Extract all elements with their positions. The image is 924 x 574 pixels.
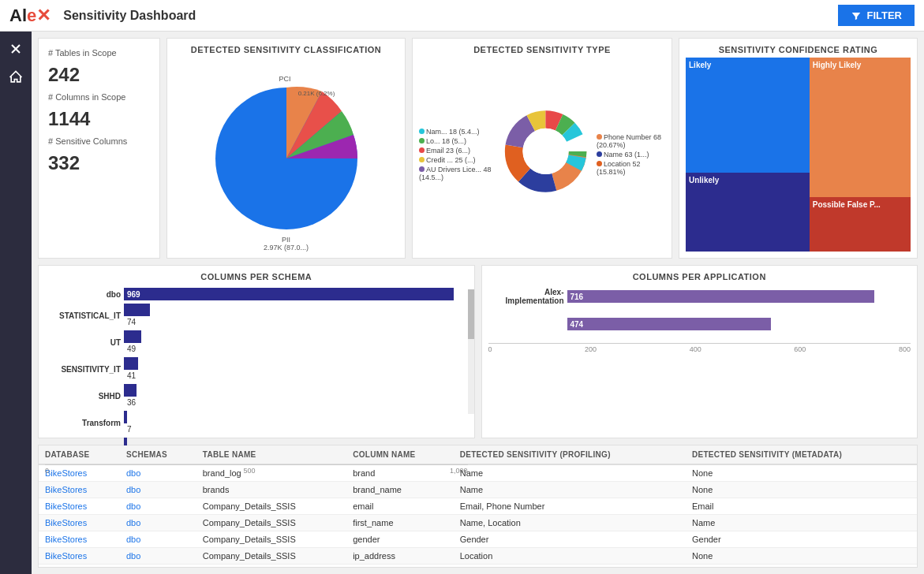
treemap-container: Likely Unlikely Highly Likely Possible F… [686, 58, 911, 252]
table-cell: dbo [120, 498, 196, 515]
table-cell: dbo [120, 565, 196, 568]
legend-item-email: Email 23 (6...) [419, 147, 495, 155]
donut-container: Nam... 18 (5.4...) Lo... 18 (5...) Email… [419, 58, 665, 252]
table-cell: Location [454, 548, 686, 565]
mid-row: COLUMNS PER SCHEMA dbo 969 STATISTICAL_I… [38, 265, 918, 438]
table-row: BikeStoresdboCompany_Details_SSISip_addr… [39, 548, 917, 565]
table-cell: Company_Details_SSIS [196, 498, 346, 515]
bar-fill-ut [124, 330, 141, 343]
table-row: BikeStoresdbobrandsbrand_nameNameNone [39, 482, 917, 498]
table-cell: Name [454, 482, 686, 498]
table-cell: Company_Details_SSIS [196, 565, 346, 568]
table-cell: brands [196, 482, 346, 498]
col-schemas: SCHEMAS [120, 445, 196, 464]
sensitive-label: # Sensitive Columns [48, 136, 150, 146]
donut-svg [501, 91, 590, 218]
table-cell: Name, Location [454, 565, 686, 568]
table-cell: BikeStores [39, 531, 120, 548]
app-axis-labels: 0 200 400 600 800 [488, 344, 911, 353]
table-header-row: DATABASE SCHEMAS TABLE NAME COLUMN NAME … [39, 445, 917, 464]
bar-fill-shhd [124, 384, 137, 397]
col-columnname: COLUMN NAME [346, 445, 454, 464]
bar-row-transform: Transform 7 [45, 411, 468, 434]
classification-chart-title: DETECTED SENSITIVITY CLASSIFICATION [174, 45, 398, 54]
table-cell: BikeStores [39, 565, 120, 568]
table-cell: None [686, 482, 917, 498]
bar-fill-transform [124, 411, 127, 423]
table-body: BikeStoresdbobrand_logbrandNameNoneBikeS… [39, 464, 917, 567]
bar-fill-statistical [124, 304, 150, 316]
table-cell: email [346, 498, 454, 515]
legend-item-location52: Location 52 (15.81%) [597, 160, 665, 176]
filter-button[interactable]: FILTER [838, 5, 915, 26]
bar-row-alex: Alex-Implementation 716 [488, 288, 911, 305]
columns-label: # Columns in Scope [48, 92, 150, 102]
legend-item-credit: Credit ... 25 (...) [419, 156, 495, 164]
table-row: BikeStoresdboCompany_Details_SSISlast_na… [39, 565, 917, 568]
table-cell: Name, Location [454, 515, 686, 531]
table-cell: Company_Details_SSIS [196, 515, 346, 531]
legend-item-phonenumber: Phone Number 68 (20.67%) [597, 133, 665, 149]
sidebar-icon-home[interactable] [5, 66, 27, 88]
logo-accent: e [27, 6, 36, 25]
schema-chart-title: COLUMNS PER SCHEMA [45, 272, 468, 281]
schema-chart-panel: COLUMNS PER SCHEMA dbo 969 STATISTICAL_I… [38, 265, 475, 438]
donut-legend-right: Phone Number 68 (20.67%) Name 63 (1...) … [597, 133, 665, 176]
table-cell: None [686, 548, 917, 565]
bar-row-statistical: STATISTICAL_IT 74 [45, 304, 468, 327]
table-cell: Email [686, 498, 917, 515]
donut-center [522, 129, 568, 174]
table-cell: BikeStores [39, 498, 120, 515]
logo: Ale✕ [9, 6, 51, 26]
table-cell: dbo [120, 515, 196, 531]
confidence-title: SENSITIVITY CONFIDENCE RATING [686, 45, 911, 54]
treemap-possible-false: Possible False P... [810, 197, 911, 252]
col-profiling: DETECTED SENSITIVITY (PROFILING) [454, 445, 686, 464]
legend-item-audrivers: AU Drivers Lice... 48 (14.5...) [419, 166, 495, 181]
col-database: DATABASE [39, 445, 120, 464]
table-cell: Company_Details_SSIS [196, 531, 346, 548]
table-cell: Name [686, 565, 917, 568]
table-cell: Name [454, 464, 686, 482]
schema-scrollbar[interactable] [468, 289, 474, 414]
table-row: BikeStoresdboCompany_Details_SSISemailEm… [39, 498, 917, 515]
app-chart-panel: COLUMNS PER APPLICATION Alex-Implementat… [481, 265, 918, 438]
legend-item-name18: Nam... 18 (5.4...) [419, 128, 495, 136]
legend-item-lo18: Lo... 18 (5...) [419, 137, 495, 145]
table-scroll[interactable]: DATABASE SCHEMAS TABLE NAME COLUMN NAME … [39, 445, 917, 567]
stats-panel: # Tables in Scope 242 # Columns in Scope… [38, 38, 160, 259]
table-cell: Name [686, 515, 917, 531]
x-icon [8, 41, 24, 57]
bar-fill-dbo: 969 [124, 288, 454, 300]
top-row: # Tables in Scope 242 # Columns in Scope… [38, 38, 918, 259]
col-tablename: TABLE NAME [196, 445, 346, 464]
bar-row-second: 474 [488, 318, 911, 330]
table-cell: last_name [346, 565, 454, 568]
classification-chart-panel: DETECTED SENSITIVITY CLASSIFICATION PCI … [166, 38, 406, 259]
bar-fill-alex: 716 [567, 290, 875, 303]
filter-icon [851, 10, 862, 21]
table-cell: BikeStores [39, 515, 120, 531]
page-title: Sensitivity Dashboard [63, 9, 838, 23]
pii-bottom-label: PII 2.97K (87.0...) [174, 236, 398, 252]
table-cell: dbo [120, 482, 196, 498]
data-table: DATABASE SCHEMAS TABLE NAME COLUMN NAME … [39, 445, 917, 567]
bar-row-shhd: SHHD 36 [45, 384, 468, 408]
treemap-unlikely: Unlikely [686, 173, 810, 252]
table-cell: Email, Phone Number [454, 498, 686, 515]
table-cell: ip_address [346, 548, 454, 565]
app-chart-title: COLUMNS PER APPLICATION [488, 272, 911, 281]
schema-scrollbar-thumb[interactable] [468, 289, 474, 339]
header: Ale✕ Sensitivity Dashboard FILTER [0, 0, 924, 32]
schema-axis-labels: 0 500 1,000 [45, 465, 468, 475]
bar-row-dbo: dbo 969 [45, 288, 468, 300]
table-cell: gender [346, 531, 454, 548]
sidebar-icon-x[interactable] [5, 38, 27, 60]
bar-fill-second: 474 [567, 318, 771, 330]
table-cell: BikeStores [39, 482, 120, 498]
donut-legend-left: Nam... 18 (5.4...) Lo... 18 (5...) Email… [419, 128, 495, 181]
confidence-panel: SENSITIVITY CONFIDENCE RATING Likely Unl… [679, 38, 918, 259]
table-cell: Gender [686, 531, 917, 548]
sensitivity-type-panel: DETECTED SENSITIVITY TYPE Nam... 18 (5.4… [412, 38, 672, 259]
tables-value: 242 [48, 64, 150, 86]
